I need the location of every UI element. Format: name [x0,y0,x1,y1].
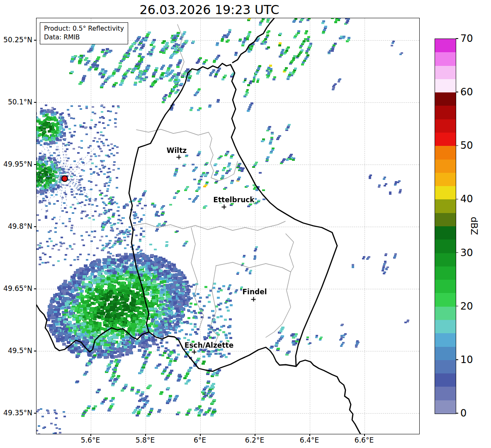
colorbar-segment [435,213,456,226]
y-tick-mark [34,226,36,227]
colorbar-segment [435,52,456,66]
map-plot-area: WiltzEttelbruckFindelEsch/Alzette Produc… [36,18,420,434]
colorbar-tick-mark [456,252,458,253]
district-border [133,221,285,230]
city-label: Findel [242,288,267,296]
colorbar-segment [435,186,456,200]
district-border [210,266,216,328]
y-tick-mark [34,102,36,103]
city-marker-icon [192,350,197,354]
colorbar-axis-label: dBZ [469,217,479,235]
x-tick-mark [309,434,310,436]
colorbar-tick-label: 20 [460,300,473,312]
colorbar-segment [435,306,456,320]
colorbar-segment [435,400,456,414]
colorbar-segment [435,106,456,119]
colorbar-tick-label: 70 [460,33,473,44]
colorbar-segment [435,240,456,253]
colorbar-segment [435,133,456,146]
colorbar-segment [435,65,456,79]
colorbar-segment [435,387,456,400]
colorbar-segment [435,226,456,240]
y-tick-mark [34,351,36,351]
y-tick-label: 49.5°N [0,346,32,355]
colorbar-segment [435,92,456,106]
x-tick-label: 5.8°E [136,436,155,444]
district-border [136,129,238,181]
product-info-line2: Data: RMIB [44,33,124,42]
district-border [286,234,294,272]
colorbar-segment [435,280,456,293]
y-tick-label: 49.95°N [0,160,32,168]
colorbar-segment [435,360,456,373]
colorbar-tick-label: 0 [460,407,467,419]
luxembourg-border [129,63,337,371]
district-border [191,228,197,304]
colorbar-tick-label: 30 [460,247,473,259]
france-germany-border [296,360,360,434]
colorbar-tick-mark [456,306,458,307]
y-tick-label: 50.1°N [0,98,32,106]
y-tick-mark [34,40,36,41]
belgium-germany-border [233,18,274,63]
y-tick-label: 49.35°N [0,409,32,417]
radar-figure: 26.03.2026 19:23 UTC WiltzEttelbruckFind… [0,0,491,448]
colorbar-segment [435,79,456,92]
colorbar-tick-mark [456,92,458,92]
colorbar-segment [435,346,456,360]
x-tick-label: 6.2°E [245,436,264,444]
y-tick-label: 49.65°N [0,284,32,293]
district-border [197,304,204,328]
colorbar-segment [435,199,456,213]
city-label: Esch/Alzette [185,341,233,349]
colorbar-segment [435,293,456,307]
colorbar-tick-mark [456,38,458,39]
figure-title: 26.03.2026 19:23 UTC [0,2,419,17]
colorbar [435,39,456,414]
france-belgium-border [36,305,149,352]
x-tick-mark [145,434,146,436]
colorbar-tick-mark [456,199,458,200]
colorbar-segment [435,39,456,53]
radar-site-marker [61,175,68,182]
colorbar-tick-mark [456,145,458,146]
city-marker-icon [222,205,226,209]
city-label: Ettelbruck [213,196,254,204]
colorbar-segment [435,119,456,133]
y-tick-label: 50.25°N [0,36,32,44]
colorbar-tick-label: 10 [460,354,473,366]
colorbar-tick-mark [456,413,458,414]
y-tick-mark [34,164,36,165]
colorbar-segment [435,253,456,266]
district-border [177,24,184,76]
colorbar-tick-label: 60 [460,86,473,98]
colorbar-segment [435,373,456,387]
y-tick-mark [34,413,36,414]
x-tick-mark [90,434,91,436]
city-marker-icon [251,297,256,302]
colorbar-segment [435,333,456,347]
y-tick-mark [34,288,36,289]
colorbar-tick-label: 50 [460,140,473,151]
x-tick-mark [364,434,365,436]
x-tick-label: 6°E [194,436,206,444]
colorbar-segment [435,320,456,334]
city-label: Wiltz [167,146,187,155]
colorbar-tick-mark [456,359,458,360]
colorbar-segment [435,266,456,280]
city-marker-icon [177,155,181,160]
colorbar-segment [435,159,456,173]
colorbar-segment [435,146,456,160]
y-tick-label: 49.8°N [0,222,32,230]
product-info-line1: Product: 0.5° Reflectivity [44,24,124,33]
colorbar-segment [435,172,456,186]
colorbar-tick-label: 40 [460,193,473,205]
country-borders [36,18,419,434]
x-tick-mark [200,434,201,436]
x-tick-label: 6.4°E [300,436,319,444]
product-info-box: Product: 0.5° Reflectivity Data: RMIB [40,22,128,44]
x-tick-mark [255,434,255,436]
x-tick-label: 5.6°E [81,436,100,444]
x-tick-label: 6.6°E [355,436,374,444]
